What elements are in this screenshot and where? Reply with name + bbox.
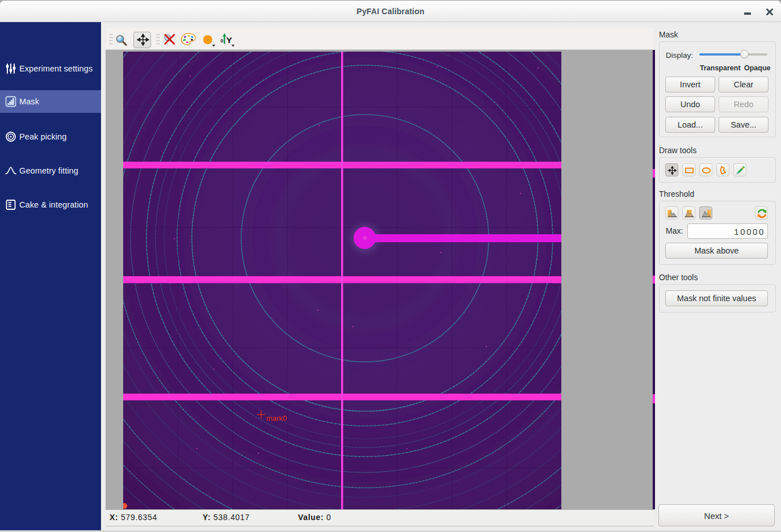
svg-text:mark0: mark0 <box>266 414 287 423</box>
svg-text:0: 0 <box>221 38 224 44</box>
svg-text:Y: Y <box>226 35 233 45</box>
